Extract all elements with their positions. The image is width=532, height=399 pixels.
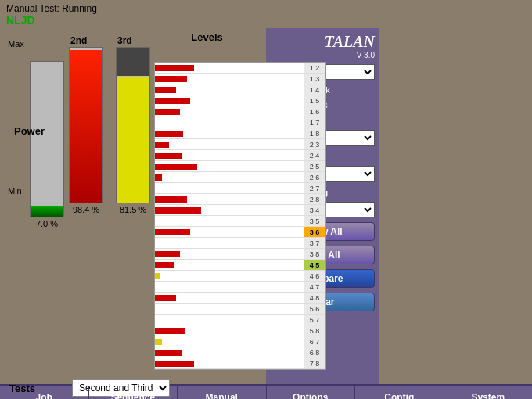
level-row: 1 6 bbox=[155, 106, 325, 117]
level-pair-label: 1 5 bbox=[304, 95, 325, 106]
power-col-header bbox=[30, 47, 64, 58]
level-row: 3 6 bbox=[155, 227, 325, 238]
nd2-pct: 98.4 % bbox=[69, 205, 103, 214]
bottom-nav: JobSequenceManualOptionsConfigSystem bbox=[0, 384, 532, 399]
level-row: 1 8 bbox=[155, 128, 325, 139]
level-pair-label: 6 8 bbox=[304, 347, 325, 358]
level-row: 5 8 bbox=[155, 325, 325, 336]
nd2-bar-fill bbox=[70, 50, 102, 203]
nd3-bar-top bbox=[117, 48, 149, 76]
level-row: 1 5 bbox=[155, 95, 325, 106]
level-pair-label: 3 6 bbox=[304, 227, 325, 237]
nav-item-job[interactable]: Job bbox=[0, 386, 89, 399]
level-pair-label: 1 8 bbox=[304, 128, 325, 138]
bar-chart: Max Min 7.0 % Power 98.4 bbox=[6, 31, 151, 219]
level-row: 3 8 bbox=[155, 249, 325, 260]
level-pair-label: 1 7 bbox=[304, 117, 325, 128]
nav-item-options[interactable]: Options bbox=[267, 386, 356, 399]
talan-logo: TALAN bbox=[325, 33, 375, 50]
level-row: 5 7 bbox=[155, 315, 325, 325]
level-pair-label: 1 2 bbox=[304, 63, 325, 73]
nd2-bar-outer bbox=[69, 47, 103, 203]
level-pair-label: 2 5 bbox=[304, 161, 325, 171]
level-pair-label: 2 3 bbox=[304, 139, 325, 149]
left-panel: Max Min 7.0 % Power 98.4 bbox=[0, 28, 266, 384]
level-row: 1 4 bbox=[155, 84, 325, 95]
level-pair-label: 4 5 bbox=[304, 260, 325, 270]
level-row: 2 5 bbox=[155, 161, 325, 172]
main-area: Max Min 7.0 % Power 98.4 bbox=[0, 28, 532, 384]
nd3-column: 81.5 % bbox=[116, 47, 150, 214]
min-label: Min bbox=[8, 186, 22, 196]
level-pair-label: 4 8 bbox=[304, 293, 325, 303]
nd2-name: 2nd bbox=[70, 35, 87, 46]
level-row: 4 5 bbox=[155, 260, 325, 271]
power-pct: 7.0 % bbox=[30, 219, 64, 228]
levels-panel[interactable]: 1 21 31 41 51 61 71 82 32 42 52 62 72 83… bbox=[154, 62, 326, 370]
level-row: 2 4 bbox=[155, 150, 325, 161]
logo-area: TALAN V 3.0 bbox=[271, 33, 375, 59]
level-row: 4 6 bbox=[155, 271, 325, 282]
level-row: 1 2 bbox=[155, 63, 325, 74]
nd3-bar-outer bbox=[116, 47, 150, 203]
header: Manual Test: Running NLJD bbox=[0, 0, 532, 28]
level-pair-label: 4 7 bbox=[304, 282, 325, 292]
level-row: 6 7 bbox=[155, 336, 325, 347]
level-pair-label: 2 7 bbox=[304, 183, 325, 193]
level-pair-label: 2 8 bbox=[304, 194, 325, 204]
nav-item-sequence[interactable]: Sequence bbox=[89, 386, 178, 399]
level-pair-label: 3 4 bbox=[304, 205, 325, 215]
level-pair-label: 3 5 bbox=[304, 216, 325, 226]
nav-item-config[interactable]: Config bbox=[355, 386, 444, 399]
window-title: Manual Test: Running bbox=[6, 3, 526, 14]
level-pair-label: 5 7 bbox=[304, 315, 325, 325]
level-row: 1 3 bbox=[155, 74, 325, 84]
nd3-pct: 81.5 % bbox=[116, 205, 150, 214]
levels-area: Levels 1 21 31 41 51 61 71 82 32 42 52 6… bbox=[154, 31, 260, 373]
nav-item-system[interactable]: System bbox=[444, 386, 533, 399]
level-row: 3 7 bbox=[155, 238, 325, 249]
level-row: 2 8 bbox=[155, 194, 325, 205]
level-pair-label: 5 8 bbox=[304, 325, 325, 336]
nd3-name: 3rd bbox=[117, 35, 132, 46]
nd2-column: 98.4 % bbox=[69, 47, 103, 214]
levels-label: Levels bbox=[154, 31, 260, 43]
power-bar-fill bbox=[31, 206, 63, 217]
level-row: 3 4 bbox=[155, 205, 325, 216]
level-row: 5 6 bbox=[155, 304, 325, 315]
nd3-bar-bottom bbox=[117, 77, 149, 203]
level-pair-label: 3 7 bbox=[304, 238, 325, 248]
level-row: 4 7 bbox=[155, 282, 325, 293]
level-pair-label: 3 8 bbox=[304, 249, 325, 259]
level-row: 4 8 bbox=[155, 293, 325, 304]
level-row: 2 3 bbox=[155, 139, 325, 150]
level-pair-label: 5 6 bbox=[304, 304, 325, 314]
level-row: 1 7 bbox=[155, 117, 325, 128]
power-column: 7.0 % bbox=[30, 47, 64, 228]
power-bar-outer bbox=[30, 61, 64, 217]
level-pair-label: 1 4 bbox=[304, 84, 325, 95]
subtitle: NLJD bbox=[6, 14, 526, 27]
talan-version: V 3.0 bbox=[271, 51, 375, 59]
power-name: Power bbox=[14, 125, 45, 137]
nav-item-manual[interactable]: Manual bbox=[178, 386, 267, 399]
max-label: Max bbox=[8, 39, 24, 49]
level-row: 3 5 bbox=[155, 216, 325, 227]
level-pair-label: 6 7 bbox=[304, 336, 325, 347]
level-row: 2 6 bbox=[155, 172, 325, 183]
level-row: 7 8 bbox=[155, 358, 325, 369]
level-row: 2 7 bbox=[155, 183, 325, 194]
level-pair-label: 2 4 bbox=[304, 150, 325, 160]
level-pair-label: 7 8 bbox=[304, 358, 325, 368]
level-pair-label: 1 3 bbox=[304, 74, 325, 84]
level-pair-label: 4 6 bbox=[304, 271, 325, 281]
level-pair-label: 1 6 bbox=[304, 106, 325, 117]
level-row: 6 8 bbox=[155, 347, 325, 358]
level-pair-label: 2 6 bbox=[304, 172, 325, 182]
